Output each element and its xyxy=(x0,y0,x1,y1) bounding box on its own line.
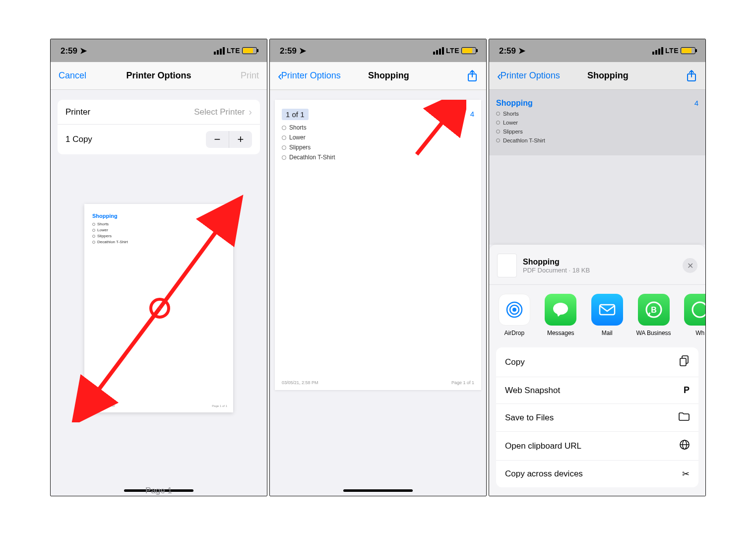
svg-rect-15 xyxy=(680,358,686,366)
doc-thumbnail-icon xyxy=(497,254,517,277)
copies-label: 1 Copy xyxy=(65,134,92,144)
battery-icon xyxy=(461,47,476,54)
page-preview-area[interactable]: Shopping 4 Shorts Lower Slippers Decathl… xyxy=(51,154,267,496)
pinch-annotation-icon xyxy=(70,184,249,422)
svg-point-13 xyxy=(693,302,705,317)
svg-point-9 xyxy=(553,303,568,315)
close-button[interactable]: ✕ xyxy=(683,258,697,273)
svg-point-6 xyxy=(512,308,516,312)
page-footer-right: Page 1 of 1 xyxy=(451,380,474,385)
scissors-icon: ✂ xyxy=(682,468,690,479)
sheet-header: Shopping PDF Document · 18 KB ✕ xyxy=(489,251,705,284)
network-label: LTE xyxy=(446,47,459,55)
location-icon: ➤ xyxy=(299,46,306,56)
page-count-badge: 1 of 1 xyxy=(282,109,309,120)
close-icon: ✕ xyxy=(687,261,693,270)
print-settings-group: Printer Select Printer › 1 Copy − + xyxy=(58,100,260,154)
status-time: 2:59 ➤ xyxy=(61,46,87,56)
stepper-plus[interactable]: + xyxy=(229,131,252,148)
action-copy-across-devices[interactable]: Copy across devices ✂ xyxy=(496,460,698,487)
messages-icon xyxy=(545,294,576,326)
document-background: Shopping 4 Shorts Lower Slippers Decathl… xyxy=(489,90,705,155)
svg-rect-10 xyxy=(600,305,615,315)
sheet-title: Shopping xyxy=(523,258,590,267)
share-app-airdrop[interactable]: AirDrop xyxy=(497,294,532,336)
print-button[interactable]: Print xyxy=(241,70,259,81)
signal-icon xyxy=(652,47,663,55)
battery-icon xyxy=(242,47,257,54)
share-apps-row[interactable]: AirDrop Messages Mail B WA Business xyxy=(489,292,705,344)
back-button[interactable]: Printer Options xyxy=(501,70,560,81)
nav-title: Shopping xyxy=(368,70,409,81)
share-sheet: Shopping PDF Document · 18 KB ✕ AirDrop … xyxy=(489,245,705,496)
share-app-wa-business[interactable]: B WA Business xyxy=(636,294,671,336)
nav-title: Printer Options xyxy=(103,70,214,81)
svg-line-0 xyxy=(160,214,229,308)
chevron-right-icon: › xyxy=(249,106,252,118)
item-count: 4 xyxy=(470,110,474,118)
screen-preview-zoom: 2:59 ➤ LTE ‹ Printer Options Shopping 1 … xyxy=(269,39,487,496)
share-app-whatsapp[interactable]: Wh xyxy=(683,294,706,336)
location-icon: ➤ xyxy=(518,46,525,56)
screen-share-sheet: 2:59 ➤ LTE ‹ Printer Options Shopping Sh… xyxy=(489,39,706,496)
location-icon: ➤ xyxy=(80,46,87,56)
action-copy[interactable]: Copy xyxy=(496,347,698,377)
svg-line-4 xyxy=(417,105,456,154)
cancel-button[interactable]: Cancel xyxy=(59,70,86,81)
action-web-snapshot[interactable]: Web Snapshot P xyxy=(496,377,698,403)
document-background-pad xyxy=(489,155,705,245)
sheet-subtitle: PDF Document · 18 KB xyxy=(523,267,590,274)
svg-line-1 xyxy=(85,308,160,407)
share-icon[interactable] xyxy=(466,69,478,82)
status-bar: 2:59 ➤ LTE xyxy=(51,39,267,62)
svg-text:B: B xyxy=(651,306,657,314)
status-time: 2:59 ➤ xyxy=(499,46,525,56)
whatsapp-icon xyxy=(684,294,705,326)
share-app-mail[interactable]: Mail xyxy=(590,294,625,336)
printer-value: Select Printer xyxy=(194,107,245,117)
signal-icon xyxy=(214,47,225,55)
page-label: Page 1 xyxy=(145,486,172,495)
network-label: LTE xyxy=(665,47,679,55)
copy-icon xyxy=(680,355,690,369)
share-app-messages[interactable]: Messages xyxy=(544,294,578,336)
doc-title: Shopping xyxy=(496,99,533,107)
share-icon[interactable] xyxy=(686,69,697,82)
back-button[interactable]: Printer Options xyxy=(281,70,341,81)
nav-title: Shopping xyxy=(587,70,629,81)
share-annotation-arrow-icon xyxy=(412,100,466,159)
status-bar: 2:59 ➤ LTE xyxy=(489,39,705,62)
home-indicator[interactable] xyxy=(343,489,413,492)
navbar: Cancel Printer Options Print xyxy=(51,62,267,90)
status-bar: 2:59 ➤ LTE xyxy=(270,39,486,62)
navbar: ‹ Printer Options Shopping xyxy=(489,62,705,90)
mail-icon xyxy=(591,294,623,326)
folder-icon xyxy=(679,412,690,423)
printer-label: Printer xyxy=(65,107,90,117)
stepper-minus[interactable]: − xyxy=(206,131,229,148)
printer-row[interactable]: Printer Select Printer › xyxy=(58,100,260,124)
p-icon: P xyxy=(684,385,690,396)
action-save-to-files[interactable]: Save to Files xyxy=(496,403,698,431)
screen-printer-options: 2:59 ➤ LTE Cancel Printer Options Print … xyxy=(50,39,267,496)
status-time: 2:59 ➤ xyxy=(280,46,306,56)
page-footer-left: 03/05/21, 2:58 PM xyxy=(282,380,318,385)
doc-list: Shorts Lower Slippers Decathlon T-Shirt xyxy=(496,111,698,143)
network-label: LTE xyxy=(227,47,240,55)
copies-row: 1 Copy − + xyxy=(58,124,260,154)
globe-icon xyxy=(680,440,690,452)
airdrop-icon xyxy=(499,294,530,326)
battery-icon xyxy=(681,47,695,54)
copies-stepper: − + xyxy=(206,131,252,148)
doc-count: 4 xyxy=(694,99,698,107)
signal-icon xyxy=(433,47,444,55)
action-open-clipboard-url[interactable]: Open clipboard URL xyxy=(496,431,698,460)
divider xyxy=(489,284,705,285)
actions-list: Copy Web Snapshot P Save to Files Open c… xyxy=(496,347,698,487)
navbar: ‹ Printer Options Shopping xyxy=(270,62,486,90)
whatsapp-business-icon: B xyxy=(638,294,670,326)
